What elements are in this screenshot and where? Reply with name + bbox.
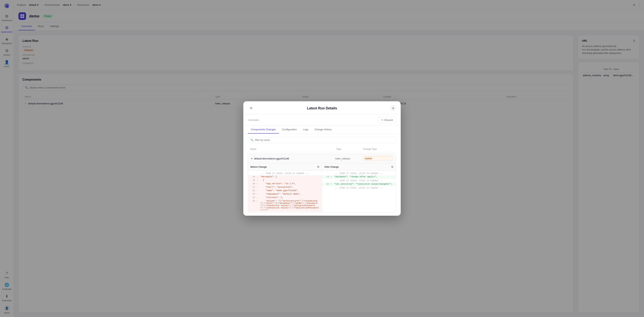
diff-after-line-36: 36 + "set_sensitive": "<sensitive value(… [322,182,396,186]
diff-line-22: 22 - "name": "demo-ggurfn21d6", [248,189,322,192]
modal-search-box[interactable]: 🔍 [248,137,396,143]
col-header-type: Type [336,148,363,150]
component-main-row: ▾ default-demo/demo-ggurfn21d6 helm_rele… [248,154,396,163]
copy-before-button[interactable]: ⧉ [317,165,320,169]
chevron-down-icon-component: ▾ [251,157,252,160]
modal-actions: Comment ⟲ Discard [243,114,401,126]
modal-tab-change-history[interactable]: Change History [312,126,335,134]
discard-button[interactable]: ⟲ Discard [378,117,396,123]
diff-before: Before Change ⧉ ... Hide 17 lines, click… [248,163,322,212]
modal-table-header: Name Type Change Type [248,146,396,152]
diff-line-19: 19 - { [248,179,322,182]
discard-icon: ⟲ [381,118,383,122]
modal-back-button[interactable]: ✕ [248,105,254,111]
diff-line-23: 23 - "namespace": "default-demo", [248,192,322,196]
col-header-name: Name [250,148,336,150]
modal-tabs: Components Changes Configuration Logs Ch… [243,126,401,134]
modal-search-input[interactable] [255,138,394,142]
modal-comment-label: Comment [248,118,259,122]
diff-line-21: 21 - "chart": "postgresql", [248,186,322,189]
component-row: ▾ default-demo/demo-ggurfn21d6 helm_rele… [248,154,396,212]
modal-header: ✕ Latest Run Details ✕ [243,101,401,114]
modal: ✕ Latest Run Details ✕ Comment ⟲ Discard… [243,101,401,216]
col-header-change-type: Change Type [363,148,394,150]
diff-after-body: ... Hide 17 lines, click to expand ... 1… [322,170,396,190]
diff-line-20: 20 - "app_version": "16.1.0", [248,182,322,186]
diff-after-line-18: 18 + "metadata": "<known after apply>", [322,175,396,179]
modal-tab-logs[interactable]: Logs [300,126,312,134]
hide-lines-after-1[interactable]: ... Hide 17 lines, click to expand ... [322,171,396,175]
component-expand-toggle[interactable]: ▾ default-demo/demo-ggurfn21d6 [251,157,335,160]
component-type: helm_release [335,157,362,160]
hide-lines-before-1[interactable]: ... Hide 17 lines, click to expand ... [248,171,322,175]
component-name: default-demo/demo-ggurfn21d6 [254,157,289,160]
modal-search-icon: 🔍 [250,138,254,142]
diff-before-body: ... Hide 17 lines, click to expand ... 1… [248,170,322,212]
diff-before-header: Before Change ⧉ [248,163,322,170]
copy-after-button[interactable]: ⧉ [391,165,394,169]
diff-after-header: After Change ⧉ [322,163,396,170]
diff-after: After Change ⧉ ... Hide 17 lines, click … [322,163,396,212]
component-change-type-badge: Update [362,156,393,161]
diff-container: Before Change ⧉ ... Hide 17 lines, click… [248,163,396,212]
hide-lines-after-3[interactable]: ... Hide 12 lines, click to expand ... [322,186,396,190]
diff-line-25: 25 - "values": "{\"architecture\":\"stan… [248,199,322,212]
modal-body: 🔍 Name Type Change Type ▾ default-demo/d… [243,134,401,216]
modal-title: Latest Run Details [254,106,390,110]
modal-tab-configuration[interactable]: Configuration [279,126,300,134]
diff-line-24: 24 - "revision": 1, [248,196,322,199]
diff-line-18: 18 - "metadata": [ [248,175,322,179]
hide-lines-after-2[interactable]: ... Hide 17 lines, click to expand ... [322,179,396,182]
modal-tab-components-changes[interactable]: Components Changes [248,126,279,134]
modal-overlay: ✕ Latest Run Details ✕ Comment ⟲ Discard… [0,0,644,317]
modal-close-button[interactable]: ✕ [390,105,396,111]
